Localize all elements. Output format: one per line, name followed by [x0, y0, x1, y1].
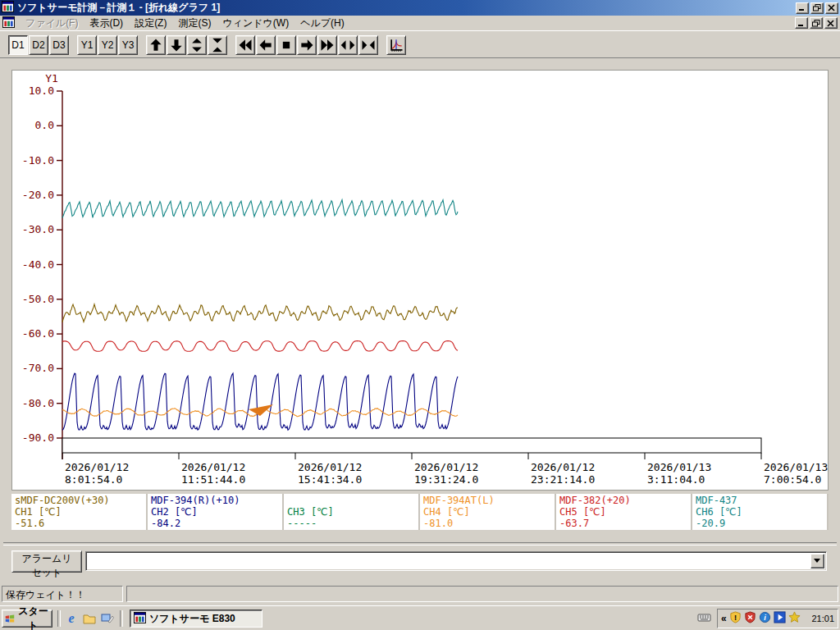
window-title: ソフトサーモ計測－計測１ - [折れ線グラフ 1]: [17, 1, 220, 15]
svg-text:10.0: 10.0: [29, 84, 54, 97]
channel-value: -51.6: [15, 518, 143, 529]
svg-text:2026/01/13: 2026/01/13: [647, 461, 711, 473]
menu-item-file[interactable]: ファイル(F): [20, 15, 84, 32]
toolbar-button-step-forward[interactable]: [297, 35, 317, 55]
app-icon: [2, 1, 14, 15]
restore-button[interactable]: [810, 2, 824, 14]
taskbar-separator: [120, 610, 123, 627]
expand-horizontal-icon: [340, 37, 356, 53]
keyboard-icon[interactable]: [697, 612, 711, 625]
menu-item-view[interactable]: 表示(D): [84, 15, 129, 32]
alarm-combo-box[interactable]: [85, 551, 827, 571]
svg-text:2026/01/12: 2026/01/12: [181, 461, 245, 473]
toolbar-button-fast-backward[interactable]: [235, 35, 255, 55]
up-arrow-icon: [148, 37, 164, 53]
line-chart-panel: 10.00.0-10.0-20.0-30.0-40.0-50.0-60.0-70…: [11, 70, 829, 491]
line-graph-icon: [388, 37, 404, 53]
screen: ソフトサーモ計測－計測１ - [折れ線グラフ 1] ファイル(F)表示(D)設定…: [0, 0, 840, 630]
menu-item-settings[interactable]: 設定(Z): [129, 15, 172, 32]
menu-bar: ファイル(F)表示(D)設定(Z)測定(S)ウィンドウ(W)ヘルプ(H): [0, 16, 840, 31]
channel-legend: sMDF-DC200V(+30)CH1 [℃]-51.6MDF-394(R)(+…: [11, 494, 829, 530]
show-desktop-icon[interactable]: [100, 611, 115, 626]
channel-value: -63.7: [559, 518, 687, 529]
toolbar-button-expand-x[interactable]: [338, 35, 358, 55]
svg-text:!: !: [734, 614, 737, 622]
svg-text:15:41:34.0: 15:41:34.0: [298, 473, 362, 486]
tray-collapse-chevron[interactable]: «: [721, 613, 727, 624]
shield-warning-icon[interactable]: !: [729, 611, 742, 626]
time-range-box[interactable]: [62, 438, 761, 453]
toolbar-button-scroll-down[interactable]: [167, 35, 186, 55]
channel-label: CH5 [℃]: [559, 506, 687, 518]
toolbar-button-d2[interactable]: D2: [29, 35, 48, 55]
status-message: 保存ウェイト！！: [2, 586, 123, 602]
play-indicator-icon[interactable]: [774, 611, 786, 626]
star-icon[interactable]: [788, 611, 801, 626]
toolbar-button-step-backward[interactable]: [256, 35, 276, 55]
left-arrow-icon: [258, 37, 274, 53]
toolbar-button-y2[interactable]: Y2: [98, 35, 117, 55]
mdi-minimize-button[interactable]: [795, 17, 808, 29]
curve-ch2: [62, 373, 458, 430]
task-button-label: ソフトサーモ E830: [149, 612, 235, 626]
menu-item-help[interactable]: ヘルプ(H): [294, 15, 350, 32]
svg-text:0.0: 0.0: [35, 119, 54, 131]
status-extra: [126, 586, 838, 602]
toolbar-button-d1[interactable]: D1: [8, 35, 28, 55]
svg-text:19:31:24.0: 19:31:24.0: [414, 473, 478, 486]
toolbar-button-graph-settings[interactable]: [386, 35, 406, 55]
toolbar-button-expand-y[interactable]: [187, 35, 207, 55]
menu-item-window[interactable]: ウィンドウ(W): [217, 15, 294, 32]
info-balloon-icon[interactable]: i: [759, 611, 771, 626]
curve-ch5: [62, 341, 458, 352]
toolbar-button-d3[interactable]: D3: [49, 35, 69, 55]
svg-text:-60.0: -60.0: [22, 327, 54, 340]
mdi-restore-button[interactable]: [810, 17, 823, 29]
minimize-button[interactable]: [796, 2, 809, 14]
ie-icon[interactable]: e: [64, 611, 79, 626]
channel-name: [287, 495, 415, 506]
toolbar-button-compress-x[interactable]: [358, 35, 378, 55]
legend-cell-ch3: CH3 [℃]-----: [284, 494, 418, 530]
title-bar: ソフトサーモ計測－計測１ - [折れ線グラフ 1]: [0, 0, 840, 16]
legend-cell-ch2: MDF-394(R)(+10)CH2 [℃]-84.2: [148, 494, 282, 530]
combo-dropdown-button[interactable]: [810, 554, 824, 568]
channel-name: MDF-394(R)(+10): [151, 495, 279, 506]
channel-label: CH6 [℃]: [696, 506, 824, 518]
channel-value: -81.0: [423, 518, 551, 529]
divider: [3, 542, 837, 546]
folder-icon[interactable]: [82, 611, 97, 626]
start-button[interactable]: スタート: [2, 609, 52, 628]
right-arrow-icon: [299, 37, 315, 53]
toolbar-button-y1[interactable]: Y1: [77, 35, 97, 55]
channel-label: CH3 [℃]: [287, 506, 415, 518]
stop-icon: [278, 37, 294, 53]
curve-ch1: [62, 304, 458, 322]
svg-text:2026/01/12: 2026/01/12: [298, 461, 362, 473]
toolbar-button-fast-forward[interactable]: [317, 35, 337, 55]
toolbar-button-compress-y[interactable]: [208, 35, 227, 55]
menu-item-measure[interactable]: 測定(S): [172, 15, 217, 32]
toolbar-button-y3[interactable]: Y3: [118, 35, 138, 55]
taskbar-separator: [57, 610, 61, 627]
svg-text:2026/01/13: 2026/01/13: [764, 461, 828, 473]
svg-text:7:00:54.0: 7:00:54.0: [764, 473, 821, 486]
status-bar: 保存ウェイト！！: [0, 582, 840, 605]
task-button-softthermo[interactable]: ソフトサーモ E830: [130, 609, 262, 628]
channel-value: -20.9: [696, 518, 824, 529]
channel-label: CH1 [℃]: [15, 506, 143, 518]
alarm-reset-button[interactable]: アラームリセット: [11, 550, 82, 573]
channel-name: MDF-394AT(L): [423, 495, 551, 506]
toolbar-button-stop[interactable]: [276, 35, 296, 55]
channel-label: CH2 [℃]: [151, 506, 279, 518]
collapse-horizontal-icon: [360, 37, 377, 53]
mdi-close-button[interactable]: [824, 17, 838, 29]
toolbar-button-scroll-up[interactable]: [146, 35, 166, 55]
mdi-child-icon: [2, 16, 15, 30]
svg-text:-40.0: -40.0: [22, 258, 54, 271]
app-icon: [134, 612, 146, 626]
channel-label: CH4 [℃]: [423, 506, 551, 518]
svg-text:11:51:44.0: 11:51:44.0: [181, 473, 245, 486]
close-button[interactable]: [825, 2, 838, 14]
shield-error-icon[interactable]: [744, 611, 756, 626]
